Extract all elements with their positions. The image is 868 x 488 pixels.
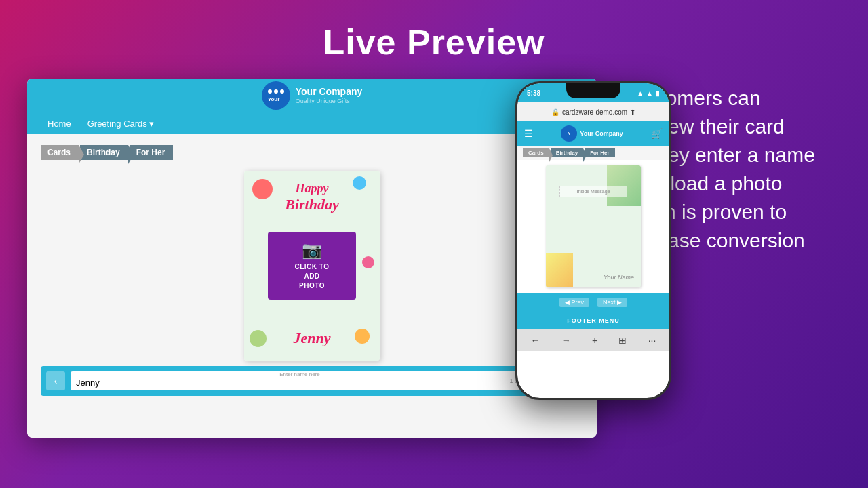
card-name-text: Jenny xyxy=(294,329,331,347)
phone-screen: 5:38 ▲ ▲ ▮ 🔒 cardzware-demo.com ⬆ ☰ Y Yo… xyxy=(517,83,669,398)
browser-mockup: Your Your Company Quality Unique Gifts 🔍… xyxy=(27,79,597,438)
breadcrumb: Cards Birthday For Her xyxy=(41,145,583,160)
battery-icon: ▮ xyxy=(656,89,660,97)
flower-decoration-tl xyxy=(252,179,273,199)
flower-decoration-mid xyxy=(362,256,374,268)
phone-status-right: ▲ ▲ ▮ xyxy=(637,89,660,97)
phone-next-button[interactable]: Next ▶ xyxy=(597,298,627,307)
phone-bc-cards[interactable]: Cards xyxy=(523,148,549,157)
input-label: Enter name here xyxy=(277,371,323,378)
breadcrumb-for-her[interactable]: For Her xyxy=(130,145,174,160)
phone-more-button[interactable]: ··· xyxy=(648,335,656,346)
phone-footer: FOOTER MENU xyxy=(517,312,669,329)
card-birthday-text: Birthday xyxy=(285,196,338,214)
phone-your-name: Your Name xyxy=(604,274,634,281)
phone-logo-circle: Y xyxy=(561,125,577,142)
phone-bc-for-her[interactable]: For Her xyxy=(585,148,614,157)
hamburger-icon[interactable]: ☰ xyxy=(524,128,533,139)
page-title: Live Preview xyxy=(0,0,868,79)
phone-prev-button[interactable]: ◀ Prev xyxy=(559,298,589,307)
flower-decoration-bl xyxy=(250,330,267,347)
phone-new-tab-button[interactable]: + xyxy=(592,335,597,346)
signal-icon: ▲ xyxy=(637,89,644,97)
camera-icon: 📷 xyxy=(302,241,323,260)
phone-card-area: Inside Message Your Name xyxy=(517,160,669,293)
phone-time: 5:38 xyxy=(527,89,540,97)
photo-upload-placeholder[interactable]: 📷 CLICK TOADDPHOTO xyxy=(268,232,356,300)
name-input-bar: ‹ Enter name here 1 of 1 › ✓ xyxy=(41,366,583,396)
url-text: cardzware-demo.com xyxy=(562,108,627,116)
card-happy-text: Happy xyxy=(285,182,338,196)
card-display-area: Happy Birthday 📷 CLICK TOADDPHOTO Jenny xyxy=(41,171,583,361)
logo-text-area: Your Company Quality Unique Gifts xyxy=(296,87,363,104)
phone-cart-icon[interactable]: 🛒 xyxy=(651,128,663,139)
phone-tab-switcher-button[interactable]: ⊞ xyxy=(618,335,627,346)
menu-greeting-cards[interactable]: Greeting Cards ▾ xyxy=(87,119,155,129)
greeting-card: Happy Birthday 📷 CLICK TOADDPHOTO Jenny xyxy=(244,171,380,361)
phone-card-floral-bl xyxy=(546,253,573,287)
menu-home[interactable]: Home xyxy=(47,119,71,129)
phone-bc-birthday[interactable]: Birthday xyxy=(551,148,583,157)
prev-arrow-button[interactable]: ‹ xyxy=(46,371,65,390)
phone-inside-message: Inside Message xyxy=(559,186,627,197)
browser-navbar: Your Your Company Quality Unique Gifts 🔍… xyxy=(27,79,597,113)
phone-greeting-card: Inside Message Your Name xyxy=(546,165,641,287)
phone-browser-navbar: ← → + ⊞ ··· xyxy=(517,329,669,351)
flower-decoration-br xyxy=(355,329,370,344)
phone-brand-name: Your Company xyxy=(580,130,623,137)
phone-forward-button[interactable]: → xyxy=(561,335,571,346)
card-background: Happy Birthday 📷 CLICK TOADDPHOTO Jenny xyxy=(244,171,380,361)
browser-body: Cards Birthday For Her xyxy=(27,134,597,438)
phone-url-bar[interactable]: 🔒 cardzware-demo.com ⬆ xyxy=(517,102,669,121)
phone-prev-next-bar: ◀ Prev Next ▶ xyxy=(517,293,669,312)
phone-back-button[interactable]: ← xyxy=(531,335,540,346)
phone-notch xyxy=(566,83,620,98)
phone-breadcrumb: Cards Birthday For Her xyxy=(517,146,669,160)
wifi-icon: ▲ xyxy=(646,89,653,97)
share-icon[interactable]: ⬆ xyxy=(630,108,635,116)
brand-tagline: Quality Unique Gifts xyxy=(296,98,363,104)
logo-circle: Your xyxy=(262,81,290,110)
lock-icon: 🔒 xyxy=(551,108,559,116)
phone-navbar: ☰ Y Your Company 🛒 xyxy=(517,121,669,146)
breadcrumb-birthday[interactable]: Birthday xyxy=(80,145,128,160)
flower-decoration-tr xyxy=(353,176,366,190)
click-to-add-label: CLICK TOADDPHOTO xyxy=(294,262,329,291)
breadcrumb-cards[interactable]: Cards xyxy=(41,145,79,160)
phone-mockup: 5:38 ▲ ▲ ▮ 🔒 cardzware-demo.com ⬆ ☰ Y Yo… xyxy=(515,81,671,400)
logo-area: Your Your Company Quality Unique Gifts xyxy=(262,81,363,110)
phone-logo: Y Your Company xyxy=(561,125,623,142)
card-greeting: Happy Birthday xyxy=(285,182,338,214)
brand-name: Your Company xyxy=(296,87,363,97)
browser-menu: Home Greeting Cards ▾ xyxy=(27,113,597,134)
